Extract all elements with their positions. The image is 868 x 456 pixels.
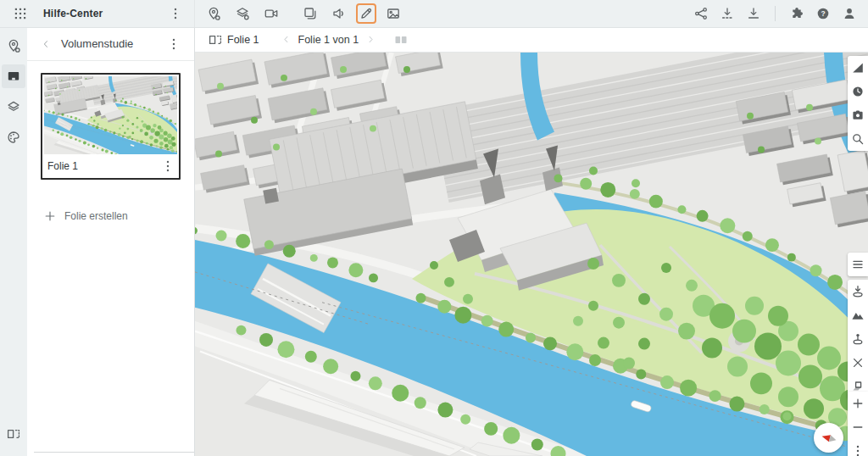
top-bar-right: ? [689,2,868,25]
svg-text:?: ? [821,9,825,18]
app-header: Hilfe-Center [0,0,195,27]
audio-button[interactable] [327,2,351,25]
divider [775,6,776,21]
search-icon[interactable] [848,127,868,151]
image-button[interactable] [381,2,405,25]
main-area: Folie 1 Folie 1 von 1 [195,27,868,456]
panel-overflow-menu[interactable] [162,32,186,56]
user-button[interactable] [837,2,861,25]
map-toolbar-tools [848,280,868,398]
share-button[interactable] [689,2,713,25]
present-button[interactable] [389,28,413,52]
presentation-panel: Volumenstudie Folie 1 Folie erstellen [27,27,195,456]
map-toolbar-zoom [848,392,868,456]
map-overflow-menu[interactable] [848,439,868,456]
slide-layout-button[interactable] [205,28,225,52]
slide-thumbnail [44,76,177,154]
cross-icon[interactable] [848,351,868,375]
map-3d-view[interactable] [195,53,868,456]
slide-card[interactable]: Folie 1 [41,73,181,180]
video-button[interactable] [259,2,283,25]
slide-pager: Folie 1 von 1 [298,34,359,46]
sidebar-item-palette[interactable] [2,125,25,149]
app-launcher-icon[interactable] [8,2,32,25]
previous-slide-button[interactable] [278,28,295,52]
layer-list-icon[interactable] [848,253,868,276]
create-slide-button[interactable]: Folie erstellen [41,210,181,222]
create-slide-label: Folie erstellen [64,210,128,222]
terrain-icon[interactable] [848,303,868,327]
map-toolbar-list [848,253,868,276]
panel-header: Volumenstudie [27,27,194,61]
panel-title: Volumenstudie [61,37,133,50]
back-chevron-button[interactable] [37,32,54,56]
compass-needle-icon [820,429,838,448]
compass-button[interactable] [814,423,843,453]
sidebar-item-slide-panel[interactable] [2,422,25,446]
slide-nav-bar: Folie 1 Folie 1 von 1 [195,27,868,53]
next-slide-button[interactable] [362,28,379,52]
analysis-icon[interactable] [848,56,868,80]
camera-icon[interactable] [848,103,868,127]
header-overflow-menu[interactable] [164,2,187,25]
app-title: Hilfe-Center [43,8,103,19]
drop-ground-icon[interactable] [848,280,868,303]
current-slide-name: Folie 1 [227,34,259,46]
help-button[interactable]: ? [811,2,835,25]
sidebar-item-layers[interactable] [2,95,25,119]
panel-divider [34,452,194,453]
walk-mode-icon[interactable] [848,327,868,351]
map-viewport [195,53,868,456]
slides-button[interactable] [298,2,322,25]
import-button[interactable] [715,2,739,25]
sidebar-item-scenario[interactable] [2,34,25,58]
sidebar-item-presentation[interactable] [2,64,25,88]
daylight-icon[interactable] [848,80,868,103]
layers-button[interactable] [231,2,254,25]
extensions-button[interactable] [785,2,809,25]
slide-overflow-menu[interactable] [159,157,177,175]
left-icon-strip [0,27,27,456]
tool-bar [202,2,405,25]
download-button[interactable] [742,2,765,25]
slide-label: Folie 1 [47,160,159,172]
map-toolbar-top [848,56,868,151]
plus-icon [44,210,56,222]
zoom-out-button[interactable] [848,415,868,439]
scenario-pin-button[interactable] [202,2,225,25]
draw-pencil-button[interactable] [356,3,376,24]
top-bar: Hilfe-Center ? [0,0,868,28]
zoom-in-button[interactable] [848,392,868,415]
